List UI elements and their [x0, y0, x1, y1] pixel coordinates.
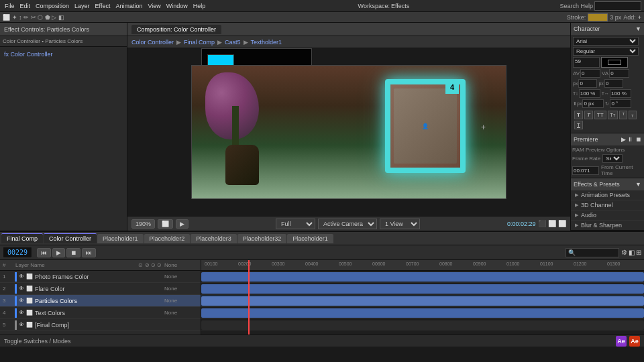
timeline-tab-ph2[interactable]: Placeholder2 [144, 234, 191, 243]
layer-eye-icon-0[interactable]: 👁 [19, 274, 24, 280]
tl-icon2[interactable]: ◧ [629, 249, 635, 256]
breadcrumb-color-controller[interactable]: Color Controller [131, 39, 174, 46]
tl-icon1[interactable]: ⚙ [621, 249, 627, 256]
layer-search-input[interactable] [566, 248, 619, 257]
layer-solo-icon-4[interactable]: ⬜ [26, 322, 33, 328]
track-bar-4[interactable] [201, 320, 644, 330]
allcaps-btn[interactable]: TT [594, 111, 606, 119]
tsukuri-input[interactable] [610, 99, 631, 108]
playhead-time: 0:00:02:29 [507, 221, 536, 227]
frame-rate-select[interactable]: Skip [602, 154, 623, 163]
layer-row-2[interactable]: 3 👁 ⬜ Particles Colors None [0, 295, 201, 307]
zoom-btn[interactable]: 190% [131, 219, 155, 229]
layer-eye-icon-1[interactable]: 👁 [19, 286, 24, 292]
smallcaps-btn[interactable]: TT [608, 111, 619, 119]
tracking-input[interactable] [609, 69, 629, 78]
premiere-controls[interactable]: ▶ ⏸ ⏹ [621, 136, 641, 143]
frame-rate-row: Frame Rate Skip [572, 154, 643, 163]
layer-eye-icon-4[interactable]: 👁 [19, 322, 24, 328]
transport-play[interactable]: ▶ [52, 248, 65, 257]
add-plus[interactable]: + [638, 14, 641, 21]
px-input[interactable] [578, 79, 597, 88]
super-btn[interactable]: T [619, 111, 627, 119]
app-menu-file[interactable]: File [3, 3, 17, 9]
layer-row-4[interactable]: 5 👁 ⬜ [Final Comp] [0, 319, 201, 331]
effects-collapse-icon[interactable]: ▼ [635, 181, 641, 188]
taskbar-ae-icon[interactable]: Ae [616, 336, 627, 347]
track-bar-3[interactable] [201, 308, 644, 318]
plus-icon: + [481, 123, 486, 132]
character-section: Character ▼ Arial Regular 59 [571, 23, 644, 133]
search-input[interactable] [594, 1, 641, 11]
style-select[interactable]: Regular [573, 47, 639, 56]
sub-btn[interactable]: T [629, 111, 637, 119]
left-panel-header: Effect Controls: Particles Colors [0, 23, 127, 36]
app-menu-view[interactable]: View [146, 3, 162, 9]
app-menu-edit[interactable]: Edit [18, 3, 33, 9]
timeline-tab-ph1b[interactable]: Placeholder1 [287, 234, 333, 243]
tl-icon3[interactable]: ⊞ [636, 249, 641, 256]
transport-stop[interactable]: ⏹ [66, 248, 80, 257]
layer-row-1[interactable]: 2 👁 ⬜ Flare Color None [0, 283, 201, 295]
layer-solo-icon-3[interactable]: ⬜ [26, 310, 33, 316]
app-menu-help[interactable]: Help [191, 3, 208, 9]
layer-row-0[interactable]: 1 👁 ⬜ Photo Frames Color None [0, 271, 201, 283]
layer-solo-icon-1[interactable]: ⬜ [26, 286, 33, 292]
camera-select[interactable]: Active Camera [318, 219, 377, 229]
effect-animation-presets[interactable]: Animation Presets [571, 190, 644, 200]
timeline-tab-ph3[interactable]: Placeholder3 [191, 234, 237, 243]
quality-select[interactable]: Full Half Quarter [276, 219, 315, 229]
app-menu-window[interactable]: Window [164, 3, 190, 9]
hscale-input[interactable] [610, 89, 631, 98]
italic-btn[interactable]: T [584, 111, 593, 119]
time-input[interactable] [572, 166, 599, 175]
app-menu-effect[interactable]: Effect [93, 3, 113, 9]
breadcrumb-textholder[interactable]: Textholder1 [251, 39, 282, 46]
stroke-label: Stroke: [567, 14, 586, 21]
layer-eye-icon-2[interactable]: 👁 [19, 298, 24, 304]
effect-3d-channel[interactable]: 3D Channel [571, 200, 644, 210]
bold-btn[interactable]: T [574, 111, 583, 119]
app-menu-layer[interactable]: Layer [72, 3, 92, 9]
app-menu-comp[interactable]: Composition [34, 3, 71, 9]
status-toggle[interactable]: Toggle Switches / Modes [4, 338, 71, 345]
transport-next-frame[interactable]: ⏭ [82, 248, 96, 257]
timeline-tab-ph32[interactable]: Placeholder32 [237, 234, 287, 243]
taskbar-ae2-icon[interactable]: Ae [629, 336, 640, 347]
character-collapse-icon[interactable]: ▼ [635, 25, 641, 32]
effect-breadcrumb: Color Controller • Particles Colors [0, 36, 127, 47]
kerning-input[interactable] [580, 69, 600, 78]
effect-blur[interactable]: Blur & Sharpen [571, 221, 644, 231]
font-select[interactable]: Arial [573, 37, 639, 46]
view-select[interactable]: 1 View 2 Views [380, 219, 420, 229]
render-btn[interactable]: ▶ [176, 219, 189, 229]
underline-btn[interactable]: T [574, 121, 583, 129]
breadcrumb-final-comp[interactable]: Final Comp [184, 39, 215, 46]
layer-eye-icon-3[interactable]: 👁 [19, 310, 24, 316]
timeline-tab-ph1[interactable]: Placeholder1 [97, 234, 144, 243]
app-menu-animation[interactable]: Animation [113, 3, 144, 9]
track-bar-2[interactable] [201, 296, 644, 306]
layer-solo-icon-2[interactable]: ⬜ [26, 298, 33, 304]
text-color-swatch-char[interactable] [601, 57, 628, 68]
premiere-content: RAM Preview Options Frame Rate Skip From… [571, 145, 644, 178]
px2-input[interactable] [604, 79, 623, 88]
layer-solo-icon-0[interactable]: ⬜ [26, 274, 33, 280]
vscale-input[interactable] [579, 89, 600, 98]
layer-row-3[interactable]: 4 👁 ⬜ Text Colors None [0, 307, 201, 319]
effect-audio[interactable]: Audio [571, 210, 644, 221]
track-bar-1[interactable] [201, 284, 644, 294]
playhead[interactable] [248, 260, 250, 335]
font-size-field[interactable]: 59 [573, 57, 600, 68]
track-bar-0[interactable] [201, 272, 644, 282]
breadcrumb-cast5[interactable]: Cast5 [225, 39, 241, 46]
comp-tab-color-controller[interactable]: Composition: Color Controller [131, 25, 221, 34]
time-display[interactable]: 00229 [3, 247, 32, 258]
timeline-tab-final-comp[interactable]: Final Comp [1, 233, 43, 243]
quality-btn[interactable]: ⬜ [158, 219, 173, 229]
timeline-tab-color-controller[interactable]: Color Controller [44, 233, 97, 243]
transport-prev-frame[interactable]: ⏮ [37, 248, 51, 257]
stroke-color[interactable] [588, 13, 608, 21]
baseline-input[interactable] [582, 99, 604, 108]
search-label: Search Help [559, 3, 593, 9]
